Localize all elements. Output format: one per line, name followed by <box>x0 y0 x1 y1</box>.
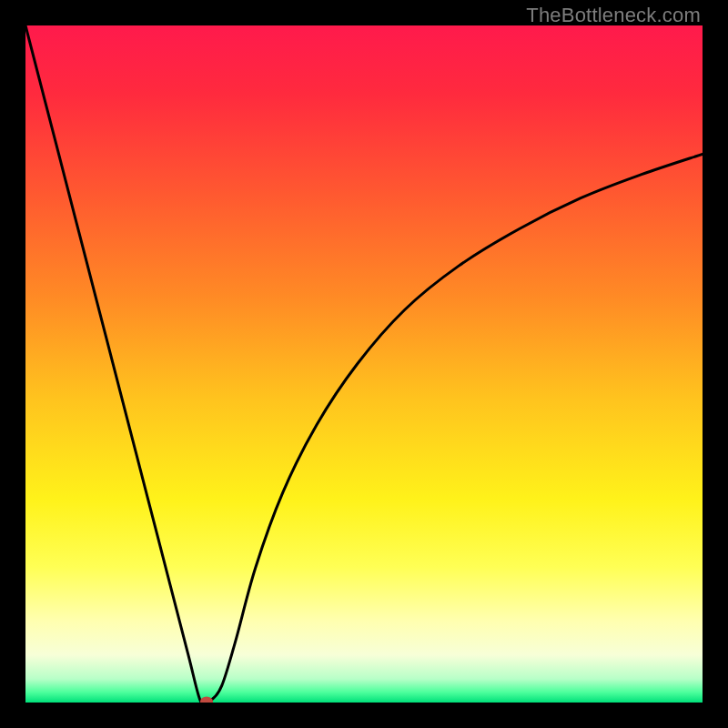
watermark-text: TheBottleneck.com <box>526 4 701 27</box>
chart-frame: TheBottleneck.com <box>0 0 728 728</box>
gradient-bg <box>25 25 703 703</box>
plot-area <box>25 25 703 703</box>
minimum-marker <box>200 696 213 703</box>
chart-svg <box>25 25 703 703</box>
